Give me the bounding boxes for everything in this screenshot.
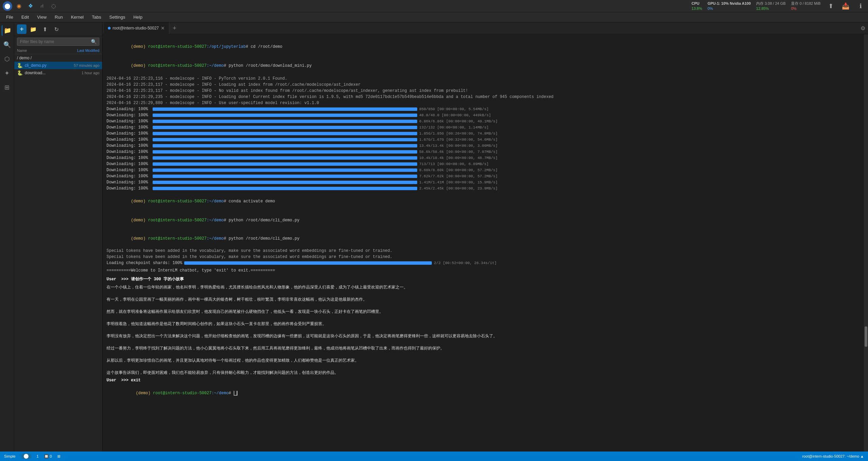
term-user-exit: User >>> exit: [107, 377, 860, 383]
terminal-output[interactable]: (demo) root@intern-studio-50027:/opt/jup…: [102, 34, 864, 452]
term-response-3: 然而，就在李明准备将这幅画作展示给朋友们欣赏时，他发现自己的画笔被什么硬物挡住了…: [107, 309, 860, 315]
term-hash-1: #: [246, 44, 248, 49]
refresh-button[interactable]: ↻: [52, 24, 61, 34]
scrollbar-thumb[interactable]: [865, 326, 867, 347]
simple-toggle[interactable]: [21, 454, 31, 459]
term-dl-2: Downloading: 100% 48.0/48.0 [00:00<00:00…: [107, 112, 860, 118]
term-dl-9: Downloading: 100% 10.4k/10.4k [00:00<00:…: [107, 155, 860, 161]
term-info-3: 2024-04-16 22:25:23,117 - modelscope - I…: [107, 88, 860, 94]
system-stats: CPU 13.8% GPU-1: 10% Nvidia A100 0% 内存 3…: [692, 1, 865, 11]
tab-indicator: [108, 27, 111, 29]
tab-add-button[interactable]: +: [169, 22, 180, 34]
file-item-download[interactable]: 🐍 download... 1 hour ago: [14, 69, 102, 77]
toggle-knob: [24, 454, 28, 459]
term-dl-13: Downloading: 100% 1.41M/1.41M [00:00<00:…: [107, 179, 860, 185]
breadcrumb: / demo /: [14, 54, 102, 62]
term-dl-3: Downloading: 100% 6.86k/6.86k [00:00<00:…: [107, 118, 860, 124]
term-response-7: 从那以后，李明更加珍惜自己的画笔，并且更加认真地对待每一个绘画过程，他的作品也变…: [107, 358, 860, 364]
menu-file[interactable]: File: [3, 14, 17, 20]
tab-close-button[interactable]: ✕: [161, 25, 165, 31]
term-conda: (demo) root@intern-studio-50027:~/demo# …: [107, 192, 860, 211]
upload-button[interactable]: ⬆: [40, 24, 50, 34]
file-time-cli: 57 minutes ago: [74, 63, 99, 67]
circle-nav-icon[interactable]: ◌: [49, 1, 58, 11]
gpu-label: GPU-1: 10% Nvidia A100: [708, 1, 751, 6]
file-list: 🐍 cli_demo.py 57 minutes ago 🐍 download.…: [14, 62, 102, 452]
menu-tabs[interactable]: Tabs: [89, 14, 104, 20]
menu-settings[interactable]: Settings: [106, 14, 129, 20]
term-conversation: User >>> 请创作一个 300 字的小故事 在一个小镇上，住着一位年轻的画…: [107, 276, 860, 402]
file-icon-cli: 🐍: [17, 63, 23, 68]
sidebar-extensions-icon[interactable]: ⬡: [2, 54, 13, 64]
info-icon[interactable]: ℹ: [856, 1, 865, 11]
cpu-value: 13.8%: [692, 6, 702, 11]
jupyter-icon[interactable]: ⬤: [3, 1, 12, 11]
download-icon[interactable]: 📥: [841, 1, 850, 11]
file-filter-input[interactable]: [17, 38, 99, 46]
menu-run[interactable]: Run: [51, 14, 66, 20]
topbar: ⬤ ◉ ❖ ⑁ ◌ CPU 13.8% GPU-1: 10% Nvidia A1…: [0, 0, 868, 12]
term-cmd-1: cd /root/demo: [248, 44, 283, 49]
term-dl-10: Downloading: 100% 713/713 [00:00<00:00, …: [107, 161, 860, 167]
upload-icon[interactable]: ⬆: [826, 1, 835, 11]
orange-logo-icon[interactable]: ◉: [14, 1, 24, 11]
status-mode-label: Simple: [4, 454, 16, 458]
tab-label: root@intern-studio-50027: [113, 26, 159, 31]
new-folder-button[interactable]: 📁: [28, 24, 38, 34]
term-prompt-1: (demo): [131, 44, 148, 49]
mem-value: 12.85%: [756, 6, 769, 11]
term-info-4: 2024-04-16 22:25:29,235 - modelscope - I…: [107, 94, 860, 100]
mem-label: 内存 3.08 / 24 GB: [756, 1, 786, 6]
term-loading: Loading checkpoint shards: 100% 2/2 [00:…: [107, 260, 860, 266]
menubar: File Edit View Run Kernel Tabs Settings …: [0, 12, 868, 22]
menu-edit[interactable]: Edit: [18, 14, 32, 20]
term-response-5: 李明没有放弃，他决定想出一个方法来解决这个问题，他开始仔细检查他的画笔，发现凹槽…: [107, 333, 860, 339]
sidebar-files-icon[interactable]: 📁: [2, 25, 13, 36]
status-server-info: root@intern-studio-50027: ~/demo ▲: [802, 454, 864, 458]
term-dl-5: Downloading: 100% 1.85G/1.85G [00:26<00:…: [107, 131, 860, 137]
file-time-download: 1 hour ago: [81, 71, 99, 75]
term-dl-1: Downloading: 100% 850/850 [00:00<00:00, …: [107, 106, 860, 112]
term-user-prompt-1: User >>> 请创作一个 300 字的小故事: [107, 276, 860, 282]
term-special-1: Special tokens have been added in the vo…: [107, 248, 860, 254]
term-response-8: 这个故事告诉我们，即使面对困难，我们也不能轻易放弃，只有保持耐心和毅力，才能找到…: [107, 370, 860, 376]
term-python-1: (demo) root@intern-studio-50027:~/demo# …: [107, 211, 860, 229]
col-name: Name: [17, 48, 62, 53]
term-dl-14: Downloading: 100% 2.45k/2.45k [00:00<00:…: [107, 185, 860, 192]
disk-label: 显存 0 / 8182 MiB: [791, 1, 821, 6]
term-response-2: 有一天，李明在公园里画了一幅美丽的画作，画中有一棵高大的银杏树，树干粗壮，枝叶繁…: [107, 297, 860, 303]
sidebar-extra-icon[interactable]: ⊞: [2, 82, 13, 93]
status-extra: ⊞: [57, 454, 60, 459]
sidebar-git-icon[interactable]: ✦: [2, 68, 13, 79]
file-icon-download: 🐍: [17, 70, 23, 76]
term-python-2: (demo) root@intern-studio-50027:~/demo# …: [107, 229, 860, 248]
status-line-info: 1: [37, 454, 39, 458]
col-modified: Last Modified: [62, 48, 99, 53]
menu-help[interactable]: Help: [130, 14, 146, 20]
term-host-1: root@intern-studio-50027: [148, 44, 207, 49]
branch-icon[interactable]: ⑁: [37, 1, 47, 11]
terminal-area: root@intern-studio-50027 ✕ + ⚙ (demo) ro…: [102, 22, 868, 452]
sidebar-search-icon[interactable]: 🔍: [2, 39, 13, 50]
term-dl-12: Downloading: 100% 7.62k/7.62k [00:00<00:…: [107, 173, 860, 179]
term-response-6: 经过一番努力，李明终于找到了解决问题的方法，他小心翼翼地将小石头取下来，然后用工…: [107, 345, 860, 352]
term-info-2: 2024-04-16 22:25:23,117 - modelscope - I…: [107, 82, 860, 88]
vscode-icon[interactable]: ❖: [26, 1, 35, 11]
tab-settings-icon[interactable]: ⚙: [858, 25, 868, 32]
file-name-download: download...: [25, 71, 79, 75]
term-special-2: Special tokens have been added in the vo…: [107, 254, 860, 260]
term-dl-11: Downloading: 100% 8.60k/8.60k [00:00<00:…: [107, 167, 860, 173]
term-dl-8: Downloading: 100% 58.6k/58.6k [00:00<00:…: [107, 149, 860, 155]
terminal-tab-main[interactable]: root@intern-studio-50027 ✕: [104, 22, 169, 34]
term-dl-4: Downloading: 100% 132/132 [00:00<00:00, …: [107, 124, 860, 131]
term-line-1: (demo) root@intern-studio-50027:/opt/jup…: [107, 38, 860, 56]
menu-view[interactable]: View: [34, 14, 50, 20]
file-table-header: Name Last Modified: [14, 47, 102, 54]
term-path-1: :/opt/jupyterlab: [207, 44, 246, 49]
new-file-button[interactable]: +: [17, 24, 26, 34]
terminal-scrollbar[interactable]: [864, 34, 868, 452]
term-welcome: ==========Welcome to InternLM chatbot, t…: [107, 267, 860, 274]
file-toolbar: + 📁 ⬆ ↻: [14, 22, 102, 36]
menu-kernel[interactable]: Kernel: [67, 14, 87, 20]
file-item-cli[interactable]: 🐍 cli_demo.py 57 minutes ago: [14, 62, 102, 69]
